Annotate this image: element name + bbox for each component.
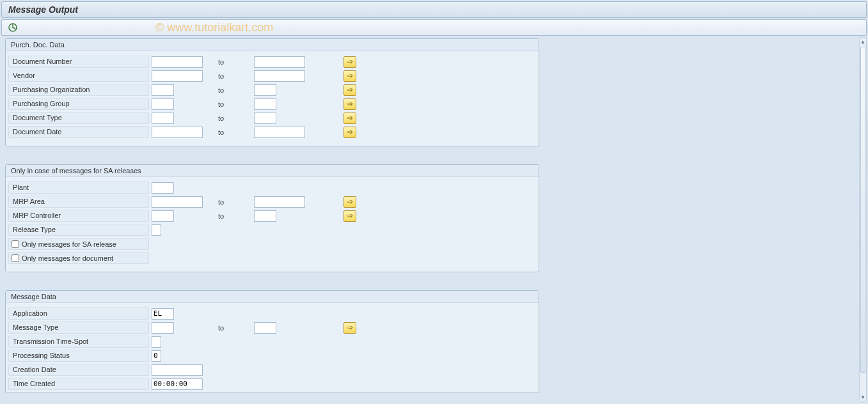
input-doc-number-to[interactable] [254, 56, 305, 68]
scroll-thumb[interactable] [860, 47, 865, 373]
to-label: to [216, 72, 254, 80]
label-release-type: Release Type [8, 224, 149, 236]
row-msg-type: Message Type to [8, 321, 536, 334]
row-trans-time: Transmission Time-Spot [8, 335, 536, 348]
row-doc-number: Document Number to [8, 55, 536, 68]
to-label: to [216, 114, 254, 122]
label-msg-type: Message Type [8, 322, 149, 334]
multi-select-doc-number[interactable] [343, 56, 356, 68]
group-title-msg: Message Data [6, 291, 539, 303]
watermark-text: © www.tutorialkart.com [155, 21, 273, 35]
input-purch-grp-to[interactable] [254, 98, 276, 110]
multi-select-msg-type[interactable] [343, 322, 356, 334]
label-plant: Plant [8, 182, 149, 194]
scroll-up-button[interactable]: ▲ [860, 38, 866, 45]
group-message-data: Message Data Application Message Type to… [5, 290, 539, 393]
label-creation-date: Creation Date [8, 364, 149, 376]
input-creation-date[interactable] [152, 364, 203, 376]
row-application: Application [8, 307, 536, 320]
row-only-sa: Only messages for SA release [8, 237, 536, 251]
input-doc-date-from[interactable] [152, 127, 203, 138]
label-proc-status: Processing Status [8, 350, 149, 362]
input-purch-grp-from[interactable] [152, 98, 174, 110]
label-mrp-area: MRP Area [8, 196, 149, 208]
scroll-down-button[interactable]: ▼ [860, 393, 866, 401]
to-label: to [216, 100, 254, 108]
multi-select-doc-type[interactable] [343, 113, 356, 124]
label-mrp-ctrl: MRP Controller [8, 210, 149, 222]
input-doc-type-from[interactable] [152, 113, 174, 124]
group-sa-releases: Only in case of messages for SA releases… [5, 164, 539, 272]
group-title-purch: Purch. Doc. Data [6, 39, 539, 51]
input-purch-org-from[interactable] [152, 84, 174, 96]
to-label: to [216, 58, 254, 66]
input-trans-time[interactable] [152, 336, 161, 348]
to-label: to [216, 86, 254, 94]
group-title-sa: Only in case of messages for SA releases [6, 165, 539, 177]
row-proc-status: Processing Status [8, 349, 536, 362]
label-time-created: Time Created [8, 378, 149, 390]
label-purch-org: Purchasing Organization [8, 84, 149, 96]
row-purch-org: Purchasing Organization to [8, 83, 536, 97]
label-purch-grp: Purchasing Group [8, 98, 149, 110]
multi-select-purch-org[interactable] [343, 84, 356, 96]
checkbox-only-sa[interactable] [12, 240, 19, 248]
row-doc-date: Document Date to [8, 125, 536, 139]
row-mrp-ctrl: MRP Controller to [8, 209, 536, 222]
checkbox-only-doc[interactable] [12, 254, 19, 262]
input-msg-type-to[interactable] [254, 322, 276, 334]
row-only-doc: Only messages for document [8, 251, 536, 265]
to-label: to [216, 324, 254, 332]
page-title: Message Output [1, 1, 867, 18]
input-doc-date-to[interactable] [254, 127, 305, 138]
label-doc-date: Document Date [8, 126, 149, 138]
group-purch-doc-data: Purch. Doc. Data Document Number to Vend… [5, 38, 539, 146]
input-purch-org-to[interactable] [254, 84, 276, 96]
input-msg-type-from[interactable] [152, 322, 174, 334]
label-trans-time: Transmission Time-Spot [8, 336, 149, 348]
to-label: to [216, 198, 254, 206]
row-time-created: Time Created [8, 377, 536, 391]
label-application: Application [8, 307, 149, 320]
input-mrp-area-to[interactable] [254, 196, 305, 208]
label-only-doc: Only messages for document [22, 253, 113, 263]
input-vendor-from[interactable] [152, 70, 203, 82]
to-label: to [216, 212, 254, 220]
label-vendor: Vendor [8, 70, 149, 82]
row-plant: Plant [8, 181, 536, 194]
multi-select-purch-grp[interactable] [343, 98, 356, 110]
input-release-type[interactable] [152, 224, 161, 236]
input-mrp-area-from[interactable] [152, 196, 203, 208]
input-mrp-ctrl-to[interactable] [254, 210, 276, 222]
row-release-type: Release Type [8, 223, 536, 237]
multi-select-mrp-ctrl[interactable] [343, 210, 356, 222]
app-toolbar: © www.tutorialkart.com [1, 19, 867, 36]
row-purch-grp: Purchasing Group to [8, 97, 536, 111]
input-doc-number-from[interactable] [152, 56, 203, 68]
selection-screen: Purch. Doc. Data Document Number to Vend… [1, 36, 859, 403]
row-doc-type: Document Type to [8, 111, 536, 125]
to-label: to [216, 128, 254, 136]
input-plant[interactable] [152, 182, 174, 194]
multi-select-vendor[interactable] [343, 70, 356, 82]
input-vendor-to[interactable] [254, 70, 305, 82]
multi-select-mrp-area[interactable] [343, 196, 356, 208]
input-application[interactable] [152, 308, 174, 320]
vertical-scrollbar[interactable]: ▲ ▼ [859, 37, 867, 401]
label-doc-number: Document Number [8, 56, 149, 68]
execute-button[interactable] [7, 22, 19, 33]
row-creation-date: Creation Date [8, 363, 536, 377]
label-only-sa: Only messages for SA release [22, 239, 116, 249]
input-mrp-ctrl-from[interactable] [152, 210, 174, 222]
multi-select-doc-date[interactable] [343, 127, 356, 138]
execute-icon [8, 22, 18, 33]
row-mrp-area: MRP Area to [8, 195, 536, 208]
input-time-created[interactable] [152, 378, 203, 390]
label-doc-type: Document Type [8, 112, 149, 124]
input-proc-status[interactable] [152, 350, 161, 362]
input-doc-type-to[interactable] [254, 113, 276, 124]
row-vendor: Vendor to [8, 69, 536, 82]
